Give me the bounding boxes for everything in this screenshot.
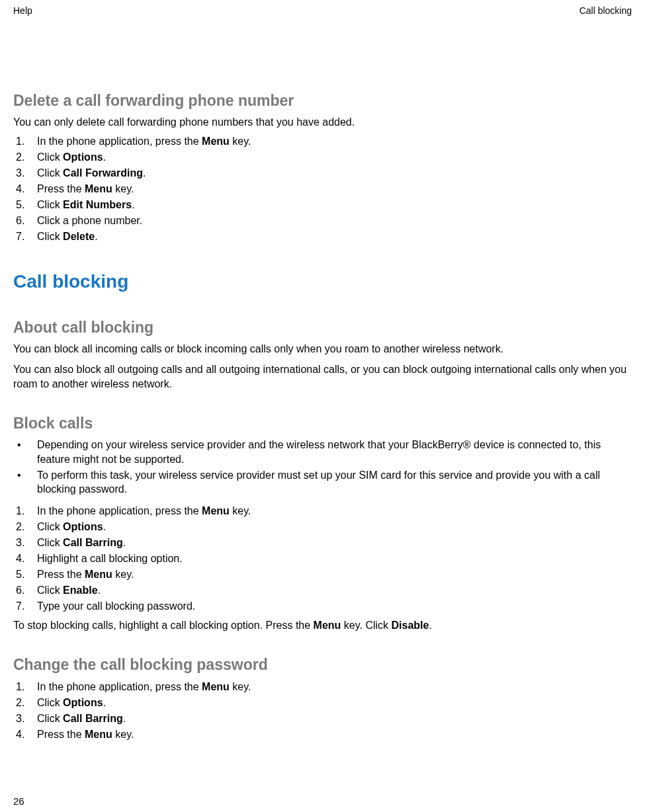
step: Click Call Forwarding. [13,165,632,181]
step: Press the Menu key. [13,567,632,583]
step: Highlight a call blocking option. [13,551,632,567]
step: Click a phone number. [13,213,632,229]
section-delete-forwarding: Delete a call forwarding phone number Yo… [13,92,632,245]
header-left: Help [13,5,32,16]
step: Type your call blocking password. [13,598,632,614]
step: Click Enable. [13,583,632,598]
step: Click Call Barring. [13,535,632,551]
header-right: Call blocking [580,5,632,16]
paragraph: You can block all incoming calls or bloc… [13,342,632,356]
heading-call-blocking: Call blocking [13,271,632,292]
step: Click Edit Numbers. [13,197,632,213]
note: To perform this task, your wireless serv… [13,468,632,497]
note: Depending on your wireless service provi… [13,438,632,466]
section-about-call-blocking: About call blocking You can block all in… [13,319,632,391]
step: Click Options. [13,149,632,165]
paragraph: You can also block all outgoing calls an… [13,362,632,391]
step: Click Options. [13,519,632,535]
page-content: Delete a call forwarding phone number Yo… [13,16,632,743]
heading-delete-forwarding: Delete a call forwarding phone number [13,92,632,110]
step: Press the Menu key. [13,727,632,743]
heading-change-password: Change the call blocking password [13,656,632,674]
section-block-calls: Block calls Depending on your wireless s… [13,415,632,632]
closing-text: To stop blocking calls, highlight a call… [13,618,632,633]
step: Click Call Barring. [13,711,632,727]
step: Click Options. [13,695,632,711]
step: In the phone application, press the Menu… [13,134,632,149]
section-change-password: Change the call blocking password In the… [13,656,632,743]
steps-change-password: In the phone application, press the Menu… [13,679,632,743]
heading-block-calls: Block calls [13,415,632,432]
step: In the phone application, press the Menu… [13,503,632,519]
steps-delete-forwarding: In the phone application, press the Menu… [13,134,632,245]
step: In the phone application, press the Menu… [13,679,632,695]
steps-block-calls: In the phone application, press the Menu… [13,503,632,614]
step: Press the Menu key. [13,181,632,197]
page-number: 26 [13,795,24,807]
page-header: Help Call blocking [13,0,632,16]
step: Click Delete. [13,229,632,245]
heading-about-call-blocking: About call blocking [13,319,632,337]
intro-text: You can only delete call forwarding phon… [13,115,632,130]
notes-list: Depending on your wireless service provi… [13,438,632,496]
